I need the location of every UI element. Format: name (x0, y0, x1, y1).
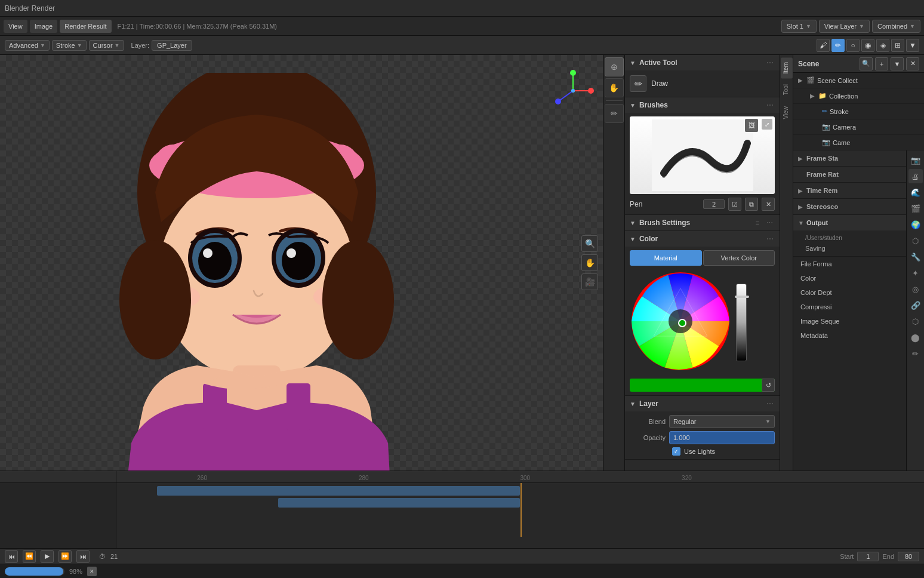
scene-close-btn[interactable]: ✕ (906, 57, 919, 70)
pencil-icon[interactable]: ✏ (831, 39, 845, 52)
output-icon[interactable]: 🖨 (908, 169, 923, 183)
brush-image-btn[interactable]: 🖼 (745, 119, 758, 132)
brushes-menu[interactable]: ⋯ (766, 101, 775, 109)
active-tool-menu[interactable]: ⋯ (766, 59, 775, 67)
fill-icon[interactable]: ◉ (861, 39, 874, 52)
render-result-menu[interactable]: Render Result (60, 20, 111, 33)
track-bar-1[interactable] (157, 486, 520, 496)
transform-tool[interactable]: ⊕ (605, 57, 624, 76)
jump-end-btn[interactable]: ⏭ (76, 550, 90, 563)
brightness-slider[interactable] (736, 284, 747, 361)
constraints-icon[interactable]: 🔗 (908, 298, 923, 312)
brush-fav-btn[interactable]: ☑ (728, 198, 741, 211)
status-close-btn[interactable]: ✕ (87, 567, 97, 576)
brushes-header[interactable]: ▼ Brushes ⋯ (625, 97, 780, 113)
hand-btn[interactable]: ✋ (581, 254, 598, 271)
end-val[interactable]: 80 (898, 552, 919, 561)
tool-tab[interactable]: Tool (781, 79, 793, 100)
color-wheel-svg[interactable] (630, 270, 731, 372)
erase-icon[interactable]: ◈ (876, 39, 889, 52)
view-menu[interactable]: View (4, 20, 27, 33)
stroke-item[interactable]: ✏ Stroke (793, 104, 924, 119)
object-icon[interactable]: ⬡ (908, 233, 923, 248)
brush-expand-btn[interactable]: ⤢ (762, 119, 772, 130)
brightness-thumb[interactable] (735, 296, 749, 298)
scene-collection-item[interactable]: ▶ 🎬 Scene Collect (793, 73, 924, 88)
color-depth-item[interactable]: Color Dept (793, 285, 906, 300)
data-icon[interactable]: ⬡ (908, 314, 923, 328)
color-menu[interactable]: ⋯ (766, 235, 775, 243)
brush-num-input[interactable]: 2 (703, 199, 725, 209)
metadata-item[interactable]: Metadata (793, 328, 906, 343)
camera-view-btn[interactable]: 🎥 (581, 273, 598, 290)
advanced-dropdown[interactable]: Advanced ▼ (5, 40, 50, 51)
opacity-value[interactable]: 1.000 (669, 431, 775, 444)
circle-icon[interactable]: ○ (846, 39, 860, 52)
scene-search-btn[interactable]: 🔍 (860, 57, 873, 70)
image-menu[interactable]: Image (30, 20, 58, 33)
scene-prop-icon[interactable]: 🎬 (908, 201, 923, 216)
paint-icon[interactable]: 🖌 (817, 39, 830, 52)
brush-stroke-svg (652, 119, 753, 191)
metadata-label: Metadata (800, 332, 828, 339)
compression-item[interactable]: Compressi (793, 300, 906, 314)
time-rem-header[interactable]: ▶ Time Rem (793, 183, 906, 198)
stroke-dropdown[interactable]: Stroke ▼ (52, 40, 87, 51)
scene-filter-btn[interactable]: ▼ (891, 57, 904, 70)
color-reset-btn[interactable]: ↺ (762, 379, 775, 392)
view-layer-button[interactable]: View Layer ▼ (819, 20, 870, 33)
brush-settings-dots-icon[interactable]: ⋯ (764, 217, 775, 228)
layer-header[interactable]: ▼ Layer ⋯ (625, 396, 780, 411)
view-layer-icon[interactable]: 🌊 (908, 185, 923, 199)
output-header[interactable]: ▼ Output (793, 215, 906, 230)
view-tab[interactable]: View (781, 102, 793, 124)
collection-item[interactable]: ▶ 📁 Collection (793, 88, 924, 104)
brush-settings-list-icon[interactable]: ≡ (752, 217, 763, 228)
combined-button[interactable]: Combined ▼ (872, 20, 920, 33)
modifier-icon[interactable]: 🔧 (908, 250, 923, 264)
brush-settings-header[interactable]: ▼ Brush Settings ≡ ⋯ (625, 215, 780, 230)
stereo-header[interactable]: ▶ Stereosco (793, 199, 906, 214)
particles-icon[interactable]: ✦ (908, 266, 923, 280)
viewport[interactable]: 🔍 ✋ 🎥 (0, 55, 603, 471)
scene-add-btn[interactable]: + (875, 57, 888, 70)
gp-layer-btn[interactable]: GP_Layer (152, 40, 192, 51)
blend-dropdown[interactable]: Regular ▼ (669, 415, 775, 428)
jump-start-btn[interactable]: ⏮ (5, 550, 18, 563)
frame-state-header[interactable]: ▶ Frame Sta (793, 150, 906, 166)
brush-copy-btn[interactable]: ⧉ (745, 198, 758, 211)
item-tab[interactable]: Item (781, 57, 793, 78)
start-val[interactable]: 1 (857, 552, 879, 561)
brush-delete-btn[interactable]: ✕ (762, 198, 775, 211)
came-item[interactable]: 📷 Came (793, 135, 924, 150)
color-header[interactable]: ▼ Color ⋯ (625, 231, 780, 247)
clone-icon[interactable]: ⊞ (891, 39, 904, 52)
track-bar-2[interactable] (278, 498, 520, 508)
vertex-color-tab[interactable]: Vertex Color (703, 250, 775, 266)
draw-tool[interactable]: ✏ (605, 104, 624, 123)
material-tab[interactable]: Material (630, 250, 702, 266)
file-format-item[interactable]: File Forma (793, 257, 906, 271)
prev-frame-btn[interactable]: ⏪ (23, 550, 36, 563)
draw-icon[interactable]: ✏ (630, 75, 646, 92)
camera-item[interactable]: 📷 Camera (793, 119, 924, 135)
scene-panel: Scene 🔍 + ▼ ✕ ▶ 🎬 Scene Collect ▶ 📁 Coll… (793, 55, 924, 471)
stroke-icon-prop[interactable]: ✏ (908, 346, 923, 361)
active-tool-header[interactable]: ▼ Active Tool ⋯ (625, 55, 780, 70)
zoom-in-btn[interactable]: 🔍 (581, 235, 598, 252)
next-frame-btn[interactable]: ⏩ (58, 550, 72, 563)
layer-menu[interactable]: ⋯ (766, 399, 775, 408)
more-icon[interactable]: ▼ (906, 39, 919, 52)
material-icon[interactable]: ⬤ (908, 330, 923, 345)
color-item[interactable]: Color (793, 271, 906, 285)
slot-button[interactable]: Slot 1 ▼ (781, 20, 817, 33)
use-lights-checkbox[interactable]: ✓ (672, 447, 680, 456)
frame-rate-header[interactable]: Frame Rat (793, 167, 906, 182)
cursor-dropdown[interactable]: Cursor ▼ (89, 40, 124, 51)
render-icon[interactable]: 📷 (908, 153, 923, 167)
move-tool[interactable]: ✋ (605, 78, 624, 97)
play-btn[interactable]: ▶ (41, 550, 54, 563)
image-seq-item[interactable]: Image Seque (793, 314, 906, 328)
physics-icon[interactable]: ◎ (908, 282, 923, 296)
world-icon[interactable]: 🌍 (908, 217, 923, 232)
